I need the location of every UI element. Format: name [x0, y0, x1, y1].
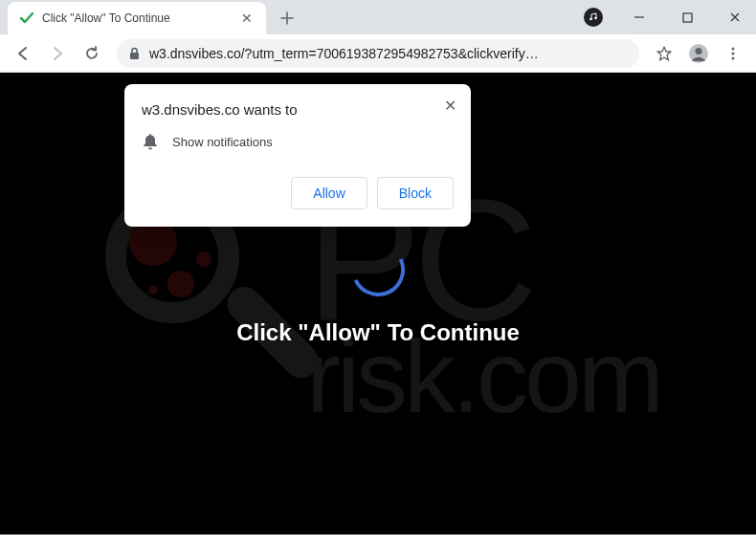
menu-button[interactable] — [718, 38, 748, 69]
spinner-icon — [351, 243, 405, 296]
forward-button[interactable] — [42, 38, 73, 69]
page-message: Click "Allow" To Continue — [236, 319, 520, 346]
svg-rect-4 — [130, 53, 139, 59]
allow-button[interactable]: Allow — [291, 177, 367, 209]
permission-label: Show notifications — [172, 135, 273, 149]
dialog-close-button[interactable]: ✕ — [440, 96, 459, 115]
maximize-button[interactable] — [676, 6, 699, 29]
media-icon[interactable] — [584, 8, 603, 27]
svg-point-0 — [589, 18, 592, 21]
browser-toolbar: w3.dnsvibes.co/?utm_term=700619387295498… — [0, 34, 756, 73]
close-window-button[interactable] — [723, 6, 746, 29]
permission-row: Show notifications — [142, 133, 454, 150]
minimize-button[interactable] — [628, 6, 651, 29]
block-button[interactable]: Block — [377, 177, 454, 209]
svg-point-9 — [732, 56, 735, 59]
svg-point-8 — [732, 52, 735, 55]
window-controls — [584, 6, 746, 29]
address-bar[interactable]: w3.dnsvibes.co/?utm_term=700619387295498… — [117, 39, 639, 68]
dialog-title: w3.dnsvibes.co wants to — [142, 101, 454, 118]
svg-point-1 — [594, 17, 597, 20]
bookmark-button[interactable] — [649, 38, 679, 69]
svg-rect-3 — [683, 13, 692, 22]
lock-icon — [126, 46, 142, 61]
dialog-buttons: Allow Block — [142, 177, 454, 209]
svg-point-7 — [732, 47, 735, 50]
bell-icon — [142, 133, 159, 150]
account-button[interactable] — [683, 38, 714, 69]
browser-tab[interactable]: Click "Allow" To Continue ✕ — [8, 2, 266, 34]
notification-permission-dialog: ✕ w3.dnsvibes.co wants to Show notificat… — [124, 84, 471, 227]
back-button[interactable] — [8, 38, 38, 69]
new-tab-button[interactable] — [274, 5, 300, 32]
url-text: w3.dnsvibes.co/?utm_term=700619387295498… — [149, 46, 630, 61]
svg-point-6 — [696, 48, 702, 55]
page-center: Click "Allow" To Continue — [236, 243, 520, 346]
tab-strip: Click "Allow" To Continue ✕ — [0, 0, 756, 34]
tab-close-button[interactable]: ✕ — [239, 11, 255, 26]
reload-button[interactable] — [77, 38, 107, 69]
checkmark-icon — [19, 11, 34, 26]
tab-title: Click "Allow" To Continue — [42, 11, 232, 25]
